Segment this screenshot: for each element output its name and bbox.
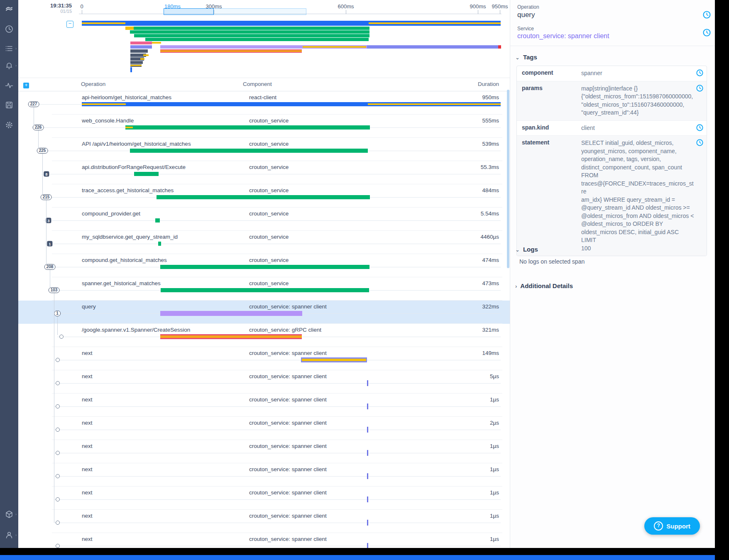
span-operation-name[interactable]: next [82,420,93,426]
table-row[interactable]: spanner.get_historical_matchescrouton_se… [0,277,510,301]
span-duration-bar[interactable] [367,403,368,409]
span-operation-name[interactable]: next [82,536,93,542]
span-operation-name[interactable]: api-heirloom/get_historical_matches [82,94,171,100]
span-operation-name[interactable]: my_sqldbservice.get_query_stream_id [82,234,178,240]
activity-icon[interactable] [5,81,14,90]
span-operation-name[interactable]: web_console.Handle [82,117,134,124]
logo-icon[interactable] [5,5,14,14]
span-collapse-dot[interactable] [56,428,60,432]
table-row[interactable]: compound_provider.getcrouton_service5.54… [0,208,510,231]
table-row[interactable]: api.distributionForRangeRequest/Executec… [0,161,510,184]
span-duration-bar[interactable] [302,359,366,361]
span-children-count-pill[interactable]: 3 [46,218,51,223]
span-duration-bar[interactable] [367,473,368,479]
service-metrics-clock-icon[interactable] [703,29,711,38]
span-duration-bar[interactable] [367,520,368,526]
support-button[interactable]: ? Support [644,517,700,535]
table-row[interactable]: nextcrouton_service: spanner client1µs [0,533,510,548]
span-duration-bar[interactable] [367,427,368,433]
span-duration-bar[interactable] [368,103,501,105]
span-children-count-pill[interactable]: 1 [47,241,52,247]
span-operation-name[interactable]: compound.get_historical_matches [82,257,167,263]
span-children-count-pill[interactable]: 8 [44,171,49,177]
span-operation-name[interactable]: next [82,466,93,472]
table-row[interactable]: /google.spanner.v1.Spanner/CreateSession… [0,324,510,347]
span-operation-name[interactable]: next [82,513,93,519]
gear-icon[interactable] [5,120,14,130]
span-operation-name[interactable]: next [82,373,93,379]
table-row[interactable]: compound.get_historical_matchescrouton_s… [0,254,510,277]
span-operation-name[interactable]: compound_provider.get [82,210,140,217]
span-collapse-dot[interactable] [56,451,60,455]
table-row[interactable]: nextcrouton_service: spanner client1µs [0,394,510,417]
span-duration-bar[interactable] [130,149,368,153]
span-collapse-dot[interactable] [56,358,60,362]
save-icon[interactable] [5,100,14,110]
user-icon[interactable]: › [5,531,14,540]
logs-section-header[interactable]: ⌄Logs [515,246,538,253]
table-row[interactable]: nextcrouton_service: spanner client149ms [0,347,510,370]
span-duration-bar[interactable] [367,496,368,502]
tags-section-header[interactable]: ⌄Tags [515,54,537,61]
span-operation-name[interactable]: api.distributionForRangeRequest/Execute [82,164,186,170]
span-duration-bar[interactable] [160,311,302,316]
span-duration-bar[interactable] [161,288,369,292]
service-value[interactable]: crouton_service: spanner client [517,32,609,40]
span-duration-bar[interactable] [157,195,370,199]
span-children-count-pill[interactable]: 1 [54,311,61,316]
span-children-count-pill[interactable]: 227 [28,101,39,107]
bell-icon[interactable]: › [5,61,14,70]
tag-metrics-clock-icon[interactable] [696,139,703,148]
table-row[interactable]: querycrouton_service: spanner client322m… [0,301,510,324]
tag-metrics-clock-icon[interactable] [696,124,703,133]
table-row[interactable]: trace_access.get_historical_matchescrout… [0,184,510,208]
span-duration-bar[interactable] [367,450,368,456]
span-operation-name[interactable]: /google.spanner.v1.Spanner/CreateSession [82,327,190,333]
table-row[interactable]: nextcrouton_service: spanner client1µs [0,440,510,463]
package-icon[interactable]: › [5,510,14,519]
clock-icon[interactable] [5,24,14,34]
table-row[interactable]: my_sqldbservice.get_query_stream_idcrout… [0,231,510,254]
span-duration-bar[interactable] [82,103,126,105]
span-operation-name[interactable]: next [82,443,93,449]
additional-details-section-header[interactable]: ›Additional Details [515,282,573,289]
list-icon[interactable]: › [5,44,14,53]
vertical-scrollbar[interactable] [507,90,509,268]
tag-metrics-clock-icon[interactable] [696,69,703,78]
span-operation-name[interactable]: next [82,350,93,356]
span-duration-bar[interactable] [367,543,368,548]
span-children-count-pill[interactable]: 226 [33,125,44,130]
span-duration-bar[interactable] [125,127,133,128]
span-duration-bar[interactable] [367,380,368,386]
table-row[interactable]: web_console.Handlecrouton_service555ms22… [0,115,510,138]
span-collapse-dot[interactable] [59,335,64,339]
span-duration-bar[interactable] [160,335,302,338]
span-duration-bar[interactable] [158,242,161,246]
span-duration-bar[interactable] [155,218,160,223]
span-collapse-dot[interactable] [56,381,60,385]
span-collapse-dot[interactable] [56,521,60,525]
span-duration-bar[interactable] [160,265,369,269]
table-row[interactable]: api-heirloom/get_historical_matchesreact… [0,91,510,115]
tree-connector-line [50,270,50,289]
span-collapse-dot[interactable] [56,544,60,548]
table-row[interactable]: nextcrouton_service: spanner client1µs [0,487,510,510]
span-operation-name[interactable]: trace_access.get_historical_matches [82,187,174,193]
span-collapse-dot[interactable] [56,497,60,501]
table-row[interactable]: API /api/v1/heirloom/get_historical_matc… [0,138,510,161]
span-collapse-dot[interactable] [56,404,60,408]
span-operation-name[interactable]: query [82,303,96,310]
span-duration-bar[interactable] [125,125,370,130]
table-row[interactable]: nextcrouton_service: spanner client5µs [0,370,510,394]
span-operation-name[interactable]: next [82,489,93,496]
table-row[interactable]: nextcrouton_service: spanner client1µs [0,463,510,487]
span-operation-name[interactable]: next [82,396,93,403]
operation-metrics-clock-icon[interactable] [703,11,711,20]
span-duration-bar[interactable] [134,172,159,176]
table-row[interactable]: nextcrouton_service: spanner client1µs [0,510,510,533]
span-operation-name[interactable]: spanner.get_historical_matches [82,280,161,286]
span-operation-name[interactable]: API /api/v1/heirloom/get_historical_matc… [82,141,191,147]
table-row[interactable]: nextcrouton_service: spanner client2µs [0,417,510,440]
tag-metrics-clock-icon[interactable] [696,85,703,93]
span-collapse-dot[interactable] [56,474,60,478]
